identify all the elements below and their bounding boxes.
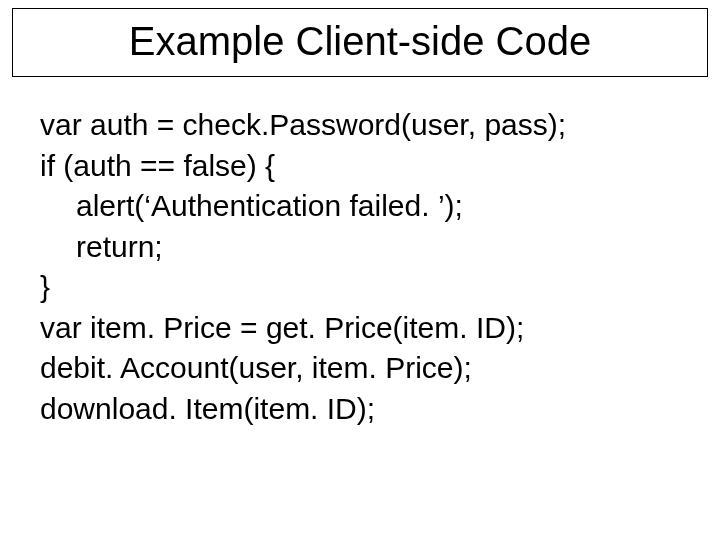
code-line-4: return; <box>40 227 680 268</box>
code-block: var auth = check.Password(user, pass); i… <box>0 77 720 429</box>
code-line-2: if (auth == false) { <box>40 146 680 187</box>
slide-title: Example Client-side Code <box>33 19 687 64</box>
code-line-7: debit. Account(user, item. Price); <box>40 348 680 389</box>
code-line-5: } <box>40 267 680 308</box>
code-line-3: alert(‘Authentication failed. ’); <box>40 186 680 227</box>
code-line-6: var item. Price = get. Price(item. ID); <box>40 308 680 349</box>
code-line-8: download. Item(item. ID); <box>40 389 680 430</box>
title-container: Example Client-side Code <box>12 8 708 77</box>
code-line-1: var auth = check.Password(user, pass); <box>40 105 680 146</box>
